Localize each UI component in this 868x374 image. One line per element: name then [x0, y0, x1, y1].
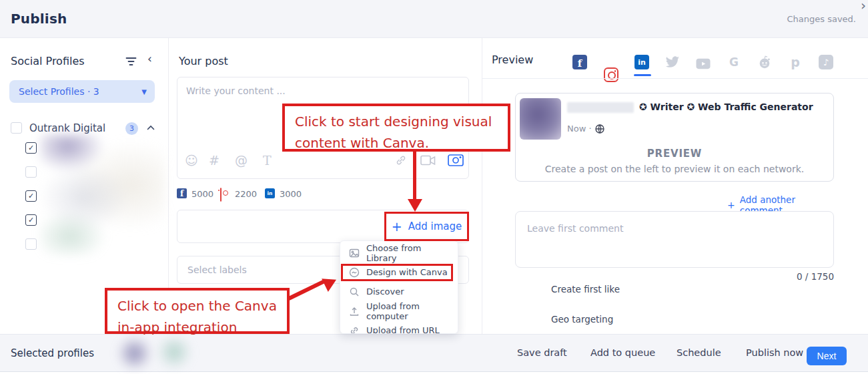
profile-checkbox[interactable] — [25, 142, 37, 154]
plus-icon: + — [727, 200, 735, 210]
upload-icon — [349, 306, 360, 317]
group-name[interactable]: Outrank Digital — [29, 122, 105, 134]
menu-item-upload-from-computer[interactable]: Upload from computer — [340, 301, 458, 321]
preview-heading: PREVIEW — [515, 148, 834, 160]
post-meta: Now · — [567, 124, 604, 134]
radio-schedule-label[interactable]: Schedule — [677, 347, 721, 358]
network-tab-reddit[interactable] — [757, 55, 772, 69]
annotation-integration-tip: Click to open the Canva in-app integrati… — [105, 288, 290, 334]
add-image-highlight-box: + Add image — [384, 212, 469, 241]
profile-checkbox[interactable] — [25, 190, 37, 202]
facebook-counter-icon: f — [177, 188, 187, 198]
radio-save-draft-label[interactable]: Save draft — [517, 347, 567, 358]
filter-icon[interactable] — [125, 57, 137, 66]
facebook-char-limit: 5000 — [191, 189, 213, 199]
chevron-up-icon[interactable] — [147, 125, 155, 130]
profile-headline: ✪ Writer ✪ Web Traffic Generator — [639, 102, 813, 112]
social-profiles-title: Social Profiles — [11, 55, 85, 67]
menu-item-upload-from-url[interactable]: Upload from URL — [340, 321, 458, 334]
network-tab-linkedin[interactable]: in — [634, 55, 649, 69]
preview-title: Preview — [492, 53, 533, 66]
text-format-icon[interactable]: T — [263, 153, 272, 168]
plus-icon: + — [392, 219, 402, 234]
post-editor-placeholder: Write your content ... — [186, 85, 286, 96]
network-tab-google[interactable]: G — [727, 55, 741, 69]
active-network-underline — [634, 74, 651, 76]
collapse-sidebar-icon[interactable]: ‹ — [147, 52, 152, 65]
create-first-like-label: Create first like — [551, 284, 620, 295]
profile-checkbox[interactable] — [25, 214, 37, 226]
next-button[interactable]: Next — [807, 347, 847, 365]
char-counter: 0 / 1750 — [734, 271, 834, 282]
annotation-arrow-down-head — [408, 199, 422, 212]
profile-checkbox[interactable] — [25, 238, 37, 250]
add-image-button[interactable]: Add image — [408, 220, 462, 232]
network-tab-instagram[interactable] — [604, 67, 618, 82]
preview-helper-text: Create a post on the left to preview it … — [515, 164, 834, 174]
camera-icon[interactable] — [448, 154, 464, 167]
mention-icon[interactable]: @ — [235, 153, 248, 168]
profile-checkbox[interactable] — [25, 166, 37, 178]
preview-divider — [482, 38, 482, 334]
url-link-icon — [349, 325, 360, 335]
page-title: Publish — [11, 11, 67, 27]
radio-publish-now-label[interactable]: Publish now — [746, 347, 803, 358]
network-tab-youtube[interactable] — [696, 56, 711, 71]
search-icon — [349, 287, 360, 297]
globe-icon — [595, 124, 604, 134]
selected-profiles-label: Selected profiles — [11, 347, 94, 359]
preview-header-divider — [482, 78, 868, 79]
first-comment-placeholder: Leave first comment — [527, 223, 623, 234]
annotation-design-tip: Click to start designing visual content … — [282, 104, 510, 152]
annotation-arrow-down-line — [413, 152, 416, 200]
network-tab-tiktok[interactable]: ♪ — [819, 55, 833, 69]
add-image-menu: Choose from Library Design with Canva Di… — [340, 240, 458, 334]
your-post-title: Your post — [179, 55, 228, 67]
menu-item-discover[interactable]: Discover — [340, 282, 458, 301]
blurred-profile-list — [40, 134, 165, 256]
link-icon[interactable] — [394, 154, 408, 167]
labels-placeholder: Select labels — [187, 264, 247, 275]
linkedin-counter-icon: in — [265, 188, 275, 198]
hashtag-icon[interactable]: # — [209, 153, 220, 168]
changes-saved-status: Changes saved. — [787, 14, 857, 24]
network-tab-facebook[interactable]: f — [572, 55, 587, 69]
group-count-badge: 3 — [125, 122, 138, 135]
instagram-counter-icon — [220, 188, 222, 202]
blurred-selected-avatars — [115, 337, 197, 369]
linkedin-char-limit: 3000 — [280, 189, 302, 199]
corner-chevron-icon[interactable]: › — [861, 0, 866, 13]
instagram-char-limit: 2200 — [235, 189, 257, 199]
publish-window: Publish Changes saved. › Social Profiles… — [0, 0, 868, 374]
video-icon[interactable] — [420, 155, 436, 166]
post-time: Now · — [567, 124, 592, 134]
network-tab-twitter[interactable] — [665, 55, 680, 69]
design-with-canva-highlight-box — [341, 264, 453, 281]
network-tab-pinterest[interactable]: p — [788, 55, 803, 69]
library-image-icon — [349, 248, 360, 258]
select-profiles-dropdown[interactable]: Select Profiles · 3 ▼ — [9, 80, 155, 103]
caret-down-icon: ▼ — [141, 88, 147, 96]
emoji-icon[interactable]: ☺ — [185, 153, 198, 168]
group-checkbox[interactable] — [11, 122, 22, 134]
select-profiles-label: Select Profiles · 3 — [19, 86, 141, 97]
toggle-knob — [518, 311, 529, 322]
first-comment-field[interactable] — [515, 211, 834, 268]
top-header-bar — [0, 0, 868, 38]
avatar — [520, 98, 561, 140]
geo-targeting-label: Geo targeting — [551, 314, 613, 325]
blurred-profile-name — [567, 102, 634, 113]
radio-add-to-queue-label[interactable]: Add to queue — [590, 347, 655, 358]
menu-item-choose-from-library[interactable]: Choose from Library — [340, 243, 458, 262]
